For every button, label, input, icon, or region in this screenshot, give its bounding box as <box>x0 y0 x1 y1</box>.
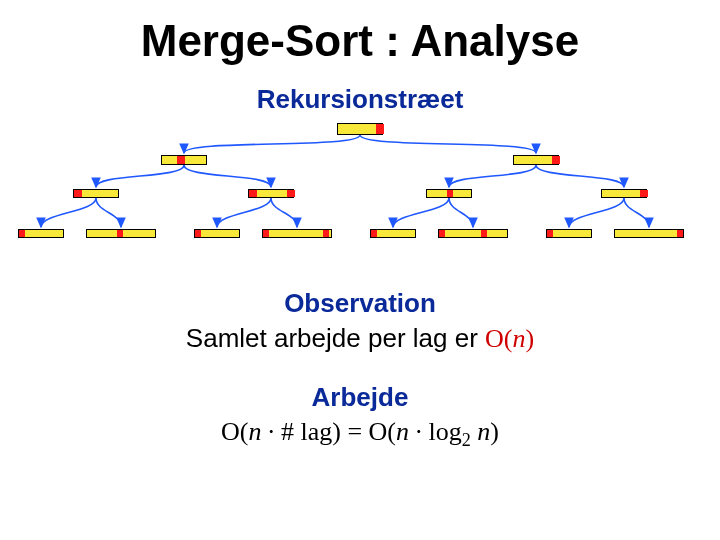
tree-node <box>614 229 684 238</box>
node-red-segment <box>177 156 185 164</box>
tree-node <box>18 229 64 238</box>
node-red-segment <box>547 230 553 237</box>
eq-n3: n <box>477 417 490 446</box>
recursion-tree-diagram <box>10 123 710 268</box>
node-red-segment <box>376 124 384 134</box>
tree-node <box>426 189 472 198</box>
node-red-segment <box>439 230 445 237</box>
node-red-segment <box>447 190 453 197</box>
tree-edge <box>393 198 449 227</box>
tree-node <box>601 189 647 198</box>
tree-edge <box>449 198 473 227</box>
node-red-segment <box>117 230 123 237</box>
node-red-segment <box>249 190 257 197</box>
node-red-segment <box>481 230 487 237</box>
observation-plain: Samlet arbejde per lag er <box>186 323 485 353</box>
tree-edge <box>96 198 121 227</box>
tree-node <box>262 229 332 238</box>
observation-text: Samlet arbejde per lag er O(n) <box>0 323 720 354</box>
observation-complexity: O(n) <box>485 324 534 353</box>
node-red-segment <box>19 230 25 237</box>
eq-p4: ) <box>490 417 499 446</box>
tree-node <box>438 229 508 238</box>
eq-n1: n <box>248 417 261 446</box>
eq-p3: · log <box>409 417 462 446</box>
tree-node <box>161 155 207 165</box>
node-red-segment <box>287 190 295 197</box>
tree-heading: Rekursionstræet <box>0 84 720 115</box>
tree-edge <box>184 135 360 153</box>
node-red-segment <box>195 230 201 237</box>
tree-edge <box>360 135 536 153</box>
node-red-segment <box>640 190 648 197</box>
tree-edge <box>217 198 271 227</box>
tree-edge <box>41 198 96 227</box>
tree-edge <box>96 165 184 187</box>
tree-edge <box>536 165 624 187</box>
tree-edge <box>569 198 624 227</box>
eq-p2: · # lag) = O( <box>261 417 396 446</box>
slide-title: Merge-Sort : Analyse <box>0 16 720 66</box>
eq-n2: n <box>396 417 409 446</box>
tree-edge <box>449 165 536 187</box>
work-equation: O(n · # lag) = O(n · log2 n) <box>0 417 720 451</box>
tree-edge <box>271 198 297 227</box>
node-red-segment <box>677 230 683 237</box>
node-red-segment <box>323 230 329 237</box>
node-red-segment <box>552 156 560 164</box>
node-red-segment <box>371 230 377 237</box>
tree-node <box>546 229 592 238</box>
tree-node <box>513 155 559 165</box>
eq-p1: O( <box>221 417 248 446</box>
tree-edge <box>184 165 271 187</box>
node-red-segment <box>263 230 269 237</box>
observation-heading: Observation <box>0 288 720 319</box>
tree-node <box>337 123 383 135</box>
tree-node <box>370 229 416 238</box>
tree-node <box>194 229 240 238</box>
tree-edge <box>624 198 649 227</box>
tree-node <box>86 229 156 238</box>
work-heading: Arbejde <box>0 382 720 413</box>
eq-sub: 2 <box>462 430 471 450</box>
node-red-segment <box>74 190 82 197</box>
tree-node <box>73 189 119 198</box>
tree-node <box>248 189 294 198</box>
